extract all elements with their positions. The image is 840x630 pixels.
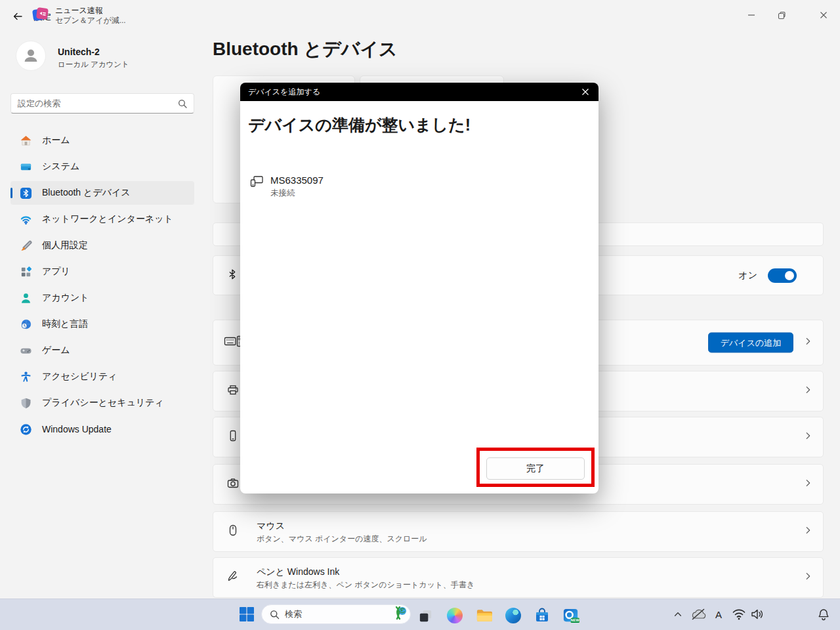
restore-icon xyxy=(778,11,786,20)
paired-device-status: 未接続 xyxy=(270,188,295,199)
privacy-shield-icon xyxy=(19,396,32,410)
chevron-up-icon xyxy=(673,610,682,618)
sidebar-item-label: Bluetooth とデバイス xyxy=(42,187,131,199)
sidebar-item-label: Windows Update xyxy=(42,424,112,434)
volume-tray-button[interactable] xyxy=(748,606,766,622)
search-placeholder: 設定の検索 xyxy=(18,98,178,110)
printer-icon xyxy=(226,383,240,399)
pen-row-subtitle: 右利きまたは左利き、ペン ボタンのショートカット、手書き xyxy=(257,579,474,591)
bluetooth-glyph-icon xyxy=(226,268,238,283)
wifi-icon xyxy=(732,608,746,620)
search-icon xyxy=(270,610,280,620)
add-device-dialog: デバイスを追加する デバイスの準備が整いました! MS6335097 未接続 完… xyxy=(240,83,598,494)
sidebar-item-label: ホーム xyxy=(42,135,70,146)
mouse-row[interactable]: マウス ボタン、マウス ポインターの速度、スクロール xyxy=(213,511,824,552)
bluetooth-toggle-label: オン xyxy=(738,270,757,282)
back-arrow-icon xyxy=(12,11,23,22)
toggle-knob xyxy=(785,271,794,280)
dialog-close-button[interactable] xyxy=(572,83,598,101)
apps-icon xyxy=(19,265,32,278)
task-view-button[interactable] xyxy=(416,606,434,625)
add-device-button[interactable]: デバイスの追加 xyxy=(708,333,793,353)
mouse-row-subtitle: ボタン、マウス ポインターの速度、スクロール xyxy=(257,534,427,545)
start-icon xyxy=(239,606,255,622)
minimize-button[interactable] xyxy=(736,5,766,25)
paired-device-name: MS6335097 xyxy=(270,175,324,186)
sidebar-item-bluetooth-devices[interactable]: Bluetooth とデバイス xyxy=(10,181,194,205)
sidebar-item-accessibility[interactable]: アクセシビリティ xyxy=(10,365,194,388)
sidebar-item-label: アカウント xyxy=(42,292,89,304)
dialog-heading: デバイスの準備が整いました! xyxy=(248,114,471,136)
phone-icon xyxy=(226,429,240,445)
sidebar-item-label: システム xyxy=(42,161,79,173)
user-account-type: ローカル アカウント xyxy=(58,60,129,70)
sidebar-item-gaming[interactable]: ゲーム xyxy=(10,339,194,362)
taskbar-search-label: 検索 xyxy=(285,608,386,620)
close-window-button[interactable] xyxy=(808,5,839,25)
annotation-highlight-box xyxy=(476,448,595,487)
file-explorer-icon xyxy=(476,608,492,623)
settings-search-input[interactable]: 設定の検索 xyxy=(10,93,194,114)
time-language-icon xyxy=(19,318,32,331)
system-icon xyxy=(19,160,32,173)
home-icon xyxy=(19,134,32,147)
restore-button[interactable] xyxy=(766,5,797,25)
close-icon xyxy=(820,11,828,19)
sidebar-item-home[interactable]: ホーム xyxy=(10,129,194,152)
user-name: Unitech-2 xyxy=(58,47,100,57)
sidebar-item-accounts[interactable]: アカウント xyxy=(10,286,194,310)
copilot-button[interactable] xyxy=(446,606,464,625)
network-icon xyxy=(19,213,32,226)
sidebar-item-label: 個人用設定 xyxy=(42,240,88,251)
notifications-button[interactable] xyxy=(815,606,832,622)
sidebar-item-privacy-security[interactable]: プライバシーとセキュリティ xyxy=(10,391,194,415)
avatar[interactable] xyxy=(16,41,46,71)
sidebar-item-label: ネットワークとインターネット xyxy=(42,213,173,225)
mouse-icon xyxy=(226,524,240,539)
sidebar-item-label: ゲーム xyxy=(42,345,70,356)
chevron-right-icon xyxy=(803,478,812,490)
back-button[interactable] xyxy=(9,8,26,25)
pen-row[interactable]: ペンと Windows Ink 右利きまたは左利き、ペン ボタンのショートカット… xyxy=(213,557,824,598)
chevron-right-icon xyxy=(803,572,812,583)
bluetooth-toggle[interactable] xyxy=(768,268,797,283)
outlook-button[interactable]: NEW xyxy=(561,606,581,625)
gaming-icon xyxy=(19,344,32,357)
bell-icon xyxy=(818,608,830,621)
pen-icon xyxy=(226,570,240,585)
sidebar-item-network-internet[interactable]: ネットワークとインターネット xyxy=(10,207,194,231)
tray-chevron-button[interactable] xyxy=(671,608,685,621)
person-icon xyxy=(21,46,41,66)
wifi-tray-button[interactable] xyxy=(730,606,748,622)
widgets-icon xyxy=(32,6,50,26)
pen-row-title: ペンと Windows Ink xyxy=(257,566,339,578)
start-button[interactable] xyxy=(236,604,257,625)
sidebar-item-label: アプリ xyxy=(42,266,70,278)
sidebar-item-windows-update[interactable]: Windows Update xyxy=(10,417,194,441)
personalization-icon xyxy=(19,239,32,252)
sidebar-item-system[interactable]: システム xyxy=(10,155,194,178)
sidebar-item-time-language[interactable]: 時刻と言語 xyxy=(10,312,194,336)
store-button[interactable] xyxy=(533,606,551,625)
sidebar-item-label: プライバシーとセキュリティ xyxy=(42,397,164,409)
input-devices-icon xyxy=(224,333,242,352)
accounts-icon xyxy=(19,291,32,304)
chevron-right-icon xyxy=(803,337,812,348)
search-icon xyxy=(178,99,187,108)
ime-mode-label: A xyxy=(715,609,722,620)
bluetooth-icon xyxy=(19,186,32,200)
minimize-icon xyxy=(747,11,755,19)
widget-headline-title: ニュース速報 xyxy=(55,6,126,16)
sidebar-item-apps[interactable]: アプリ xyxy=(10,260,194,284)
chevron-right-icon xyxy=(803,385,812,397)
widgets-button[interactable]: ニュース速報 セブン＆アイが減... xyxy=(28,0,130,32)
copilot-icon xyxy=(447,608,463,623)
mouse-row-title: マウス xyxy=(257,520,285,532)
onedrive-tray-button[interactable] xyxy=(689,606,707,622)
sidebar-item-personalization[interactable]: 個人用設定 xyxy=(10,234,194,257)
ime-mode-button[interactable]: A xyxy=(711,606,726,622)
taskbar-search-input[interactable]: 検索 xyxy=(261,604,411,624)
file-explorer-button[interactable] xyxy=(474,606,493,625)
volume-icon xyxy=(751,608,765,620)
edge-button[interactable] xyxy=(504,606,522,625)
